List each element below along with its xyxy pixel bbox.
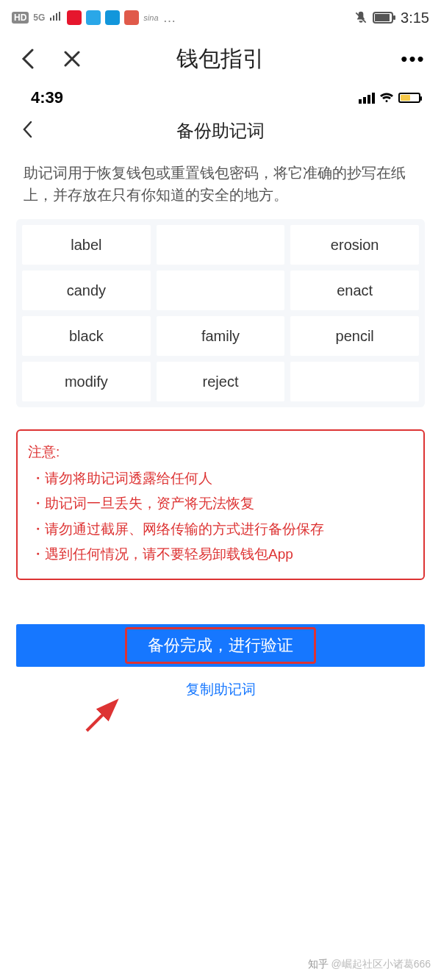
mnemonic-word: black <box>22 316 151 356</box>
notice-title: 注意: <box>28 440 413 465</box>
watermark-author: @崛起社区小诸葛666 <box>331 958 431 970</box>
mnemonic-word: candy <box>22 271 151 310</box>
mnemonic-word: reject <box>157 362 285 401</box>
mnemonic-word: . <box>157 271 285 310</box>
inner-title: 备份助记词 <box>6 119 435 143</box>
mnemonic-grid: label.erosioncandy.enactblackfamilypenci… <box>16 219 425 407</box>
notice-item: 请勿将助记词透露给任何人 <box>31 466 413 491</box>
search-app-icon <box>105 10 120 25</box>
mnemonic-word: modify <box>22 362 151 401</box>
signal-icon <box>49 10 62 26</box>
annotation-arrow <box>81 693 125 737</box>
sina-icon: sina <box>143 13 158 22</box>
mnemonic-word: label <box>22 225 151 265</box>
mnemonic-word: . <box>290 362 419 401</box>
svg-rect-3 <box>375 14 390 21</box>
outer-nav-bar: 钱包指引 ••• <box>0 35 441 82</box>
copy-mnemonic-link[interactable]: 复制助记词 <box>6 680 435 699</box>
inner-time: 4:39 <box>31 88 63 107</box>
device-status-bar: HD 5G sina … 3:15 <box>0 0 441 35</box>
inner-battery-icon <box>398 93 420 103</box>
silent-icon <box>354 10 368 25</box>
inner-status-bar: 4:39 <box>6 82 435 110</box>
mnemonic-word: . <box>157 225 285 265</box>
watermark-brand: 知乎 <box>308 958 329 970</box>
device-time: 3:15 <box>401 10 429 26</box>
mnemonic-word: pencil <box>290 316 419 356</box>
notice-item: 遇到任何情况，请不要轻易卸载钱包App <box>31 542 413 567</box>
mnemonic-word: enact <box>290 271 419 310</box>
more-dots-icon: … <box>163 10 176 26</box>
mnemonic-word: erosion <box>290 225 419 265</box>
hd-badge: HD <box>12 12 29 24</box>
close-button[interactable] <box>59 46 85 72</box>
network-label: 5G <box>33 12 45 23</box>
notice-box: 注意: 请勿将助记词透露给任何人助记词一旦丢失，资产将无法恢复请勿通过截屏、网络… <box>16 429 425 580</box>
watermark: 知乎 @崛起社区小诸葛666 <box>308 958 431 971</box>
backup-complete-label: 备份完成，进行验证 <box>148 636 293 654</box>
inner-back-button[interactable] <box>22 121 32 141</box>
weibo-icon <box>67 10 82 25</box>
mnemonic-word: family <box>157 316 285 356</box>
book-app-icon <box>124 10 139 25</box>
back-button[interactable] <box>15 46 41 72</box>
svg-rect-2 <box>393 15 395 20</box>
qq-icon <box>86 10 101 25</box>
more-button[interactable]: ••• <box>400 46 426 72</box>
notice-item: 助记词一旦丢失，资产将无法恢复 <box>31 491 413 516</box>
battery-icon <box>373 12 396 24</box>
inner-nav-bar: 备份助记词 <box>6 110 435 151</box>
notice-item: 请勿通过截屏、网络传输的方式进行备份保存 <box>31 517 413 542</box>
cellular-icon <box>359 93 375 104</box>
inner-screenshot: 4:39 备份助记词 助记词用于恢复钱包或重置钱包密码，将它准确的抄写在纸上，并… <box>6 82 435 699</box>
description-text: 助记词用于恢复钱包或重置钱包密码，将它准确的抄写在纸上，并存放在只有你知道的安全… <box>6 151 435 219</box>
wifi-icon <box>379 88 394 107</box>
backup-complete-button[interactable]: 备份完成，进行验证 <box>16 624 425 667</box>
